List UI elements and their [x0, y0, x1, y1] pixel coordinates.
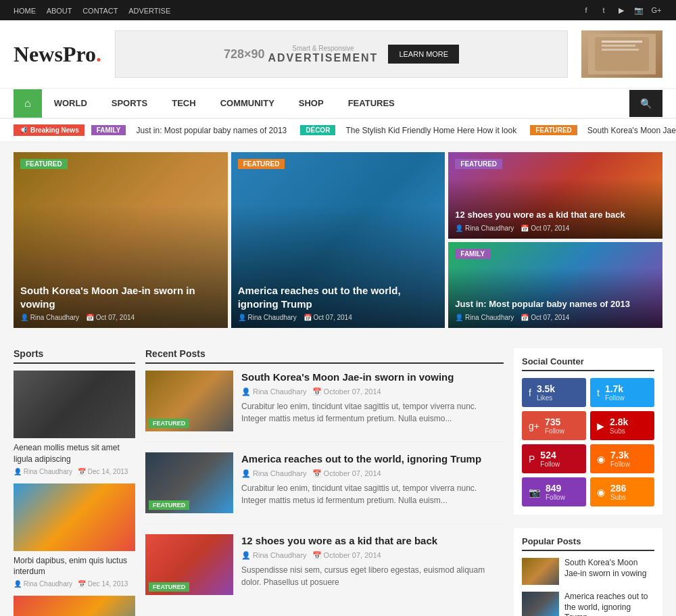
social-counter-title: Social Counter [522, 356, 654, 371]
nav-advertise[interactable]: ADVERTISE [128, 7, 170, 15]
recent-title-3[interactable]: 12 shoes you wore as a kid that are back [241, 534, 504, 548]
date-icon: 📅 Oct 07, 2014 [86, 314, 135, 321]
featured-meta-4: 👤 Rina Chaudhary 📅 Oct 07, 2014 [455, 314, 656, 321]
sport-item-1[interactable]: Aenean mollis metus sit amet ligula adip… [14, 371, 135, 475]
nav-contact[interactable]: CONTACT [82, 7, 118, 15]
featured-title-4: Just in: Most popular baby names of 2013 [455, 299, 656, 310]
pi-label: Follow [540, 460, 560, 468]
rss-counter-2[interactable]: ◉ 286 Subs [590, 477, 654, 506]
sport-item-3[interactable] [14, 596, 135, 616]
header: NewsPro. 728×90 Smart & Responsive ADVER… [0, 20, 676, 89]
nav-features[interactable]: FEATURES [336, 89, 407, 118]
recent-author-1: 👤 Rina Chaudhary [241, 387, 307, 396]
featured-item-3[interactable]: FEATURED 12 shoes you wore as a kid that… [448, 152, 662, 239]
breaking-text-2: The Stylish Kid Friendly Home Here How i… [345, 126, 516, 135]
sport-author-1: 👤 Rina Chaudhary [14, 468, 72, 475]
ig-icon: 📷 [529, 487, 540, 498]
pinterest-counter[interactable]: P 524 Follow [522, 444, 586, 473]
tw-icon: t [597, 387, 600, 398]
googleplus-icon[interactable]: G+ [650, 4, 662, 16]
recent-excerpt-2: Curabitur leo enim, tincidunt vitae sagi… [241, 482, 504, 506]
youtube-icon[interactable]: ▶ [615, 4, 627, 16]
gp-icon: g+ [529, 421, 539, 431]
popular-item-2[interactable]: America reaches out to the world, ignori… [522, 592, 654, 616]
popular-item-1[interactable]: South Korea's Moon Jae-in sworn in vowin… [522, 558, 654, 585]
recent-title-1[interactable]: South Korea's Moon Jae-in sworn in vowin… [241, 371, 504, 384]
recent-excerpt-1: Curabitur leo enim, tincidunt vitae sagi… [241, 400, 504, 425]
popular-title-2: America reaches out to the world, ignori… [564, 592, 654, 616]
svg-rect-3 [602, 45, 635, 47]
facebook-icon[interactable]: f [580, 4, 592, 16]
recent-content-2: America reaches out to the world, ignori… [241, 452, 504, 513]
nav-links: WORLD SPORTS TECH COMMUNITY SHOP FEATURE… [42, 89, 407, 118]
nav-shop[interactable]: SHOP [287, 89, 336, 118]
main-nav: ⌂ WORLD SPORTS TECH COMMUNITY SHOP FEATU… [0, 89, 676, 119]
instagram-counter[interactable]: 📷 849 Follow [522, 477, 586, 506]
sport-title-1: Aenean mollis metus sit amet ligula adip… [14, 442, 135, 465]
popular-img-2 [522, 592, 559, 616]
rss-count-1: 7.3k [610, 450, 630, 460]
recent-title-2[interactable]: America reaches out to the world, ignori… [241, 452, 504, 466]
popular-img-1 [522, 558, 559, 585]
nav-sports[interactable]: SPORTS [99, 89, 160, 118]
breaking-icon: 📢 [19, 126, 27, 134]
recent-posts-column: Recent Posts FEATURED South Korea's Moon… [145, 348, 504, 616]
recent-meta-2: 👤 Rina Chaudhary 📅 October 07, 2014 [241, 469, 504, 478]
nav-world[interactable]: WORLD [42, 89, 99, 118]
googleplus-counter[interactable]: g+ 735 Follow [522, 411, 586, 440]
twitter-icon[interactable]: t [598, 4, 610, 16]
nav-community[interactable]: COMMUNITY [208, 89, 287, 118]
featured-section: FEATURED South Korea's Moon Jae-in sworn… [0, 142, 676, 338]
nav-home[interactable]: HOME [14, 7, 36, 15]
fb-icon: f [529, 387, 531, 398]
featured-item-4[interactable]: FAMILY Just in: Most popular baby names … [448, 242, 662, 329]
recent-tag-2: FEATURED [149, 500, 189, 510]
featured-item-2[interactable]: FEATURED America reaches out to the worl… [231, 152, 445, 328]
rss-counter-1[interactable]: ◉ 7.3k Follow [590, 444, 654, 473]
camera-icon[interactable]: 📷 [633, 4, 645, 16]
recent-item-3: FEATURED 12 shoes you wore as a kid that… [145, 534, 504, 605]
sport-date-2: 📅 Dec 14, 2013 [78, 580, 128, 588]
ad-banner: 728×90 Smart & Responsive ADVERTISEMENT … [115, 30, 568, 78]
family-tag: FAMILY [91, 125, 126, 135]
popular-posts-title: Popular Posts [522, 536, 654, 551]
nav-about[interactable]: ABOUT [47, 7, 72, 15]
search-button[interactable]: 🔍 [629, 90, 662, 117]
learn-more-button[interactable]: LEARN MORE [388, 45, 459, 64]
recent-author-3: 👤 Rina Chaudhary [241, 551, 307, 560]
recent-item-2: FEATURED America reaches out to the worl… [145, 452, 504, 524]
fb-count: 3.5k [537, 383, 555, 394]
recent-meta-3: 👤 Rina Chaudhary 📅 October 07, 2014 [241, 551, 504, 560]
popular-posts-section: Popular Posts South Korea's Moon Jae-in … [514, 528, 662, 616]
recent-img-1[interactable]: FEATURED [145, 371, 233, 431]
featured-content-1: South Korea's Moon Jae-in sworn in vowin… [20, 284, 221, 321]
home-nav-button[interactable]: ⌂ [14, 89, 42, 118]
pi-icon: P [529, 454, 535, 465]
breaking-text-3: South Korea's Moon Jae-in sworn in v [587, 126, 676, 135]
twitter-counter[interactable]: t 1.7k Follow [590, 378, 654, 407]
tw-label: Follow [605, 394, 625, 402]
rss-icon-2: ◉ [597, 487, 605, 498]
recent-img-3[interactable]: FEATURED [145, 534, 233, 595]
featured-content-4: Just in: Most popular baby names of 2013… [455, 299, 656, 321]
featured-item-1[interactable]: FEATURED South Korea's Moon Jae-in sworn… [14, 152, 228, 328]
recent-excerpt-3: Suspendisse nisi sem, cursus eget libero… [241, 564, 504, 588]
nav-tech[interactable]: TECH [160, 89, 208, 118]
recent-date-3: 📅 October 07, 2014 [312, 551, 381, 560]
youtube-counter[interactable]: ▶ 2.8k Subs [590, 411, 654, 440]
logo-dot: . [96, 42, 101, 66]
social-grid: f 3.5k Likes t 1.7k Follow g+ [522, 378, 654, 506]
sport-date-1: 📅 Dec 14, 2013 [78, 468, 128, 475]
rss-label-1: Follow [610, 460, 630, 468]
rss-label-2: Subs [610, 494, 626, 501]
logo[interactable]: NewsPro. [14, 42, 101, 67]
sports-column: Sports Aenean mollis metus sit amet ligu… [14, 348, 135, 616]
facebook-counter[interactable]: f 3.5k Likes [522, 378, 586, 407]
featured-content-3: 12 shoes you wore as a kid that are back… [455, 210, 656, 232]
recent-img-2[interactable]: FEATURED [145, 452, 233, 513]
sport-item-2[interactable]: Morbi dapibus, enim quis luctus interdum… [14, 483, 135, 588]
recent-author-2: 👤 Rina Chaudhary [241, 469, 307, 478]
gp-label: Follow [545, 427, 564, 435]
featured-grid: FEATURED South Korea's Moon Jae-in sworn… [14, 152, 662, 328]
ad-label: Smart & Responsive [268, 45, 378, 52]
